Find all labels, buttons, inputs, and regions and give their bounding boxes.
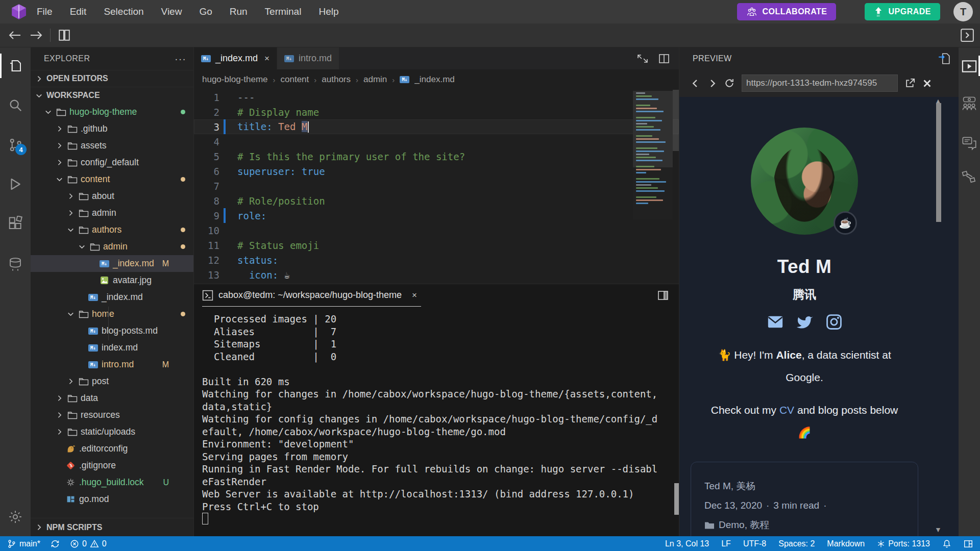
git-branch-item[interactable]: main*: [7, 539, 40, 548]
chevron-right-icon[interactable]: [55, 428, 64, 436]
tree-item-editorconfig[interactable]: .editorconfig: [31, 440, 193, 457]
menu-run[interactable]: Run: [230, 6, 248, 17]
tree-item-config-default[interactable]: config/_default: [31, 154, 193, 171]
chevron-down-icon[interactable]: [78, 242, 86, 251]
code-line-11[interactable]: 11# Status emoji: [194, 238, 679, 253]
chevron-down-icon[interactable]: [66, 310, 75, 318]
tree-item-admin[interactable]: admin: [31, 205, 193, 221]
remote-explorer-view-icon[interactable]: [0, 251, 31, 278]
code-line-4[interactable]: 4: [194, 134, 679, 149]
sync-item[interactable]: [51, 539, 60, 548]
tab-index-md[interactable]: M↓ _index.md ×: [194, 47, 277, 69]
layout-item[interactable]: [964, 539, 973, 548]
split-editor-icon[interactable]: [58, 29, 71, 42]
share-graph-icon[interactable]: [959, 165, 980, 189]
encoding-item[interactable]: UTF-8: [743, 539, 766, 548]
toggle-panel-icon[interactable]: [656, 289, 670, 302]
breadcrumb--index-md[interactable]: _index.md: [414, 74, 454, 85]
chevron-down-icon[interactable]: [55, 175, 64, 184]
indentation-item[interactable]: Spaces: 2: [778, 539, 815, 548]
open-changes-icon[interactable]: [636, 53, 649, 65]
menu-view[interactable]: View: [161, 6, 182, 17]
editor-scrollbar[interactable]: [673, 90, 679, 151]
preview-url-input[interactable]: https://port-1313-tedm-hxz974595: [742, 74, 898, 92]
code-line-5[interactable]: 5# Is this the primary user of the site?: [194, 149, 679, 164]
preview-refresh-icon[interactable]: [724, 78, 734, 88]
breadcrumb-authors[interactable]: authors: [322, 74, 351, 85]
language-mode-item[interactable]: Markdown: [827, 539, 865, 548]
chevron-right-icon[interactable]: [55, 394, 64, 403]
tree-item-data[interactable]: data: [31, 390, 193, 407]
workspace-section[interactable]: WORKSPACE: [31, 87, 193, 104]
tree-item-post[interactable]: post: [31, 373, 193, 390]
tree-item-avatar-jpg[interactable]: avatar.jpg: [31, 272, 193, 289]
tree-item-hugo-blog-theme[interactable]: hugo-blog-theme: [31, 104, 193, 120]
chevron-right-icon[interactable]: [55, 124, 64, 133]
upgrade-button[interactable]: UPGRADE: [865, 3, 940, 20]
close-tab-icon[interactable]: ×: [264, 54, 270, 64]
comments-icon[interactable]: [959, 132, 980, 155]
chevron-down-icon[interactable]: [66, 226, 75, 234]
tree-item-authors[interactable]: authors: [31, 221, 193, 238]
tab-intro-md[interactable]: M↓ intro.md: [277, 47, 339, 69]
settings-gear-icon[interactable]: [0, 504, 31, 530]
chevron-right-icon[interactable]: [66, 377, 75, 386]
twitter-icon[interactable]: [796, 313, 814, 331]
eol-item[interactable]: LF: [721, 539, 731, 548]
search-view-icon[interactable]: [0, 92, 31, 118]
minimap[interactable]: [633, 91, 673, 219]
terminal-output[interactable]: Processed images | 20 Aliases | 7 Sitema…: [202, 313, 672, 513]
chevron-right-icon[interactable]: [66, 209, 75, 217]
breadcrumb-content[interactable]: content: [281, 74, 309, 85]
open-preview-in-editor-icon[interactable]: [938, 52, 950, 65]
menu-go[interactable]: Go: [199, 6, 212, 17]
scroll-down-arrow[interactable]: ▼: [935, 525, 942, 534]
tree-item-content[interactable]: content: [31, 171, 193, 188]
tree-item-blog-posts-md[interactable]: M↓blog-posts.md: [31, 322, 193, 339]
menu-terminal[interactable]: Terminal: [265, 6, 302, 17]
app-logo-icon[interactable]: [10, 3, 28, 20]
open-right-panel-icon[interactable]: [960, 28, 975, 43]
npm-scripts-section[interactable]: NPM SCRIPTS: [31, 518, 194, 536]
tree-item-index-md[interactable]: M↓_index.mdM: [31, 255, 193, 272]
code-line-1[interactable]: 1---: [194, 90, 679, 105]
code-editor[interactable]: 1---2# Display name3title: Ted M45# Is t…: [194, 90, 679, 284]
preview-forward-icon[interactable]: [707, 79, 717, 88]
code-line-10[interactable]: 10: [194, 223, 679, 238]
tree-item-hugo-build-lock[interactable]: .hugo_build.lockU: [31, 474, 193, 491]
cv-link[interactable]: CV: [779, 404, 794, 416]
tree-item-index-md[interactable]: M↓index.md: [31, 339, 193, 356]
tree-item-intro-md[interactable]: M↓intro.mdM: [31, 356, 193, 373]
extensions-view-icon[interactable]: [0, 210, 31, 237]
code-line-2[interactable]: 2# Display name: [194, 105, 679, 119]
breadcrumb-hugo-blog-theme[interactable]: hugo-blog-theme: [202, 74, 268, 85]
code-line-12[interactable]: 12status:: [194, 253, 679, 267]
code-line-8[interactable]: 8# Role/position: [194, 193, 679, 208]
menu-edit[interactable]: Edit: [70, 6, 87, 17]
split-editor-right-icon[interactable]: [657, 53, 671, 65]
notifications-item[interactable]: [942, 539, 951, 548]
forward-arrow-icon[interactable]: [30, 30, 43, 41]
chevron-right-icon[interactable]: [66, 192, 75, 201]
email-icon[interactable]: [766, 313, 785, 331]
preview-view-icon[interactable]: [959, 55, 980, 78]
problems-item[interactable]: 0 0: [70, 539, 107, 548]
preview-back-icon[interactable]: [691, 79, 700, 88]
terminal-tab[interactable]: cabox@tedm: ~/workspace/hugo-blog-theme …: [202, 284, 421, 307]
tree-item-assets[interactable]: assets: [31, 137, 193, 154]
chevron-down-icon[interactable]: [44, 108, 53, 116]
open-in-browser-icon[interactable]: [905, 78, 915, 88]
cursor-position-item[interactable]: Ln 3, Col 13: [665, 539, 709, 548]
run-debug-view-icon[interactable]: [0, 171, 31, 197]
video-collaboration-icon[interactable]: [959, 92, 980, 115]
code-line-6[interactable]: 6superuser: true: [194, 164, 679, 179]
open-editors-section[interactable]: OPEN EDITORS: [31, 70, 193, 87]
tree-item-index-md[interactable]: M↓_index.md: [31, 289, 193, 306]
chevron-right-icon[interactable]: [55, 411, 64, 419]
profile-organization[interactable]: 腾讯: [679, 287, 929, 303]
tree-item-about[interactable]: about: [31, 188, 193, 205]
tree-item-gitignore[interactable]: .gitignore: [31, 457, 193, 474]
back-arrow-icon[interactable]: [8, 30, 21, 41]
breadcrumb-admin[interactable]: admin: [363, 74, 387, 85]
tree-item-resources[interactable]: resources: [31, 407, 193, 423]
